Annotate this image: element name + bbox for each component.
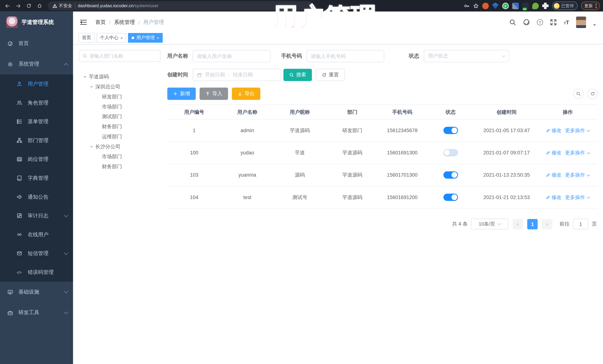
close-icon[interactable]: ×	[120, 36, 123, 40]
tree-caret-icon[interactable]	[90, 86, 93, 88]
status-toggle[interactable]	[443, 127, 458, 134]
sidebar-item-menus[interactable]: 菜单管理	[0, 112, 73, 131]
status-toggle[interactable]	[443, 171, 458, 178]
sidebar-item-online-users[interactable]: 在线用户	[0, 225, 73, 244]
breadcrumb-home[interactable]: 首页	[95, 19, 106, 26]
menu-list-icon	[16, 119, 22, 124]
sidebar-group-sms[interactable]: 短信管理	[0, 244, 73, 263]
status-toggle[interactable]	[443, 194, 458, 201]
sidebar-group-infra[interactable]: 基础设施	[0, 282, 73, 302]
refresh-icon	[590, 91, 595, 96]
breadcrumb-current: 用户管理	[143, 19, 164, 26]
sidebar-item-users[interactable]: 用户管理	[0, 75, 73, 93]
github-icon[interactable]	[523, 19, 530, 26]
page-1-button[interactable]: 1	[527, 219, 538, 229]
tab-home[interactable]: 首页	[79, 33, 95, 43]
tree-node-root[interactable]: 芋道源码	[79, 72, 160, 82]
import-button[interactable]: 导入	[200, 88, 228, 100]
edit-link[interactable]: 修改	[546, 149, 562, 156]
security-warning[interactable]: 不安全	[52, 3, 72, 9]
username-input[interactable]	[197, 53, 266, 59]
search-icon	[289, 73, 294, 77]
username-field-wrap	[193, 50, 270, 62]
search-icon[interactable]	[509, 19, 516, 26]
reset-button[interactable]: 重置	[316, 69, 345, 81]
fullscreen-icon[interactable]	[550, 19, 557, 26]
browser-home-button[interactable]	[35, 1, 44, 10]
tree-node-market-dept[interactable]: 市场部门	[79, 102, 160, 112]
date-range-picker[interactable]: 开始日期 - 结束日期	[193, 69, 281, 81]
pagination: 共 4 条 10条/页 ‹ 1 › 前往 页	[167, 219, 598, 229]
tree-node-rd-dept[interactable]: 研发部门	[79, 92, 160, 102]
edit-link[interactable]: 修改	[546, 127, 562, 134]
blue-gem-extension-icon[interactable]	[492, 2, 499, 9]
dept-search-input[interactable]	[90, 53, 157, 59]
green-key-extension-icon[interactable]	[532, 2, 539, 9]
more-actions-link[interactable]: 更多操作	[565, 171, 590, 178]
breadcrumb-separator: /	[139, 20, 140, 25]
sidebar-item-posts[interactable]: 岗位管理	[0, 150, 73, 169]
tree-node-ops-dept[interactable]: 运维部门	[79, 132, 160, 142]
edit-link[interactable]: 修改	[546, 171, 562, 178]
tree-node-finance-dept-2[interactable]: 财务部门	[79, 162, 160, 172]
page-size-select[interactable]: 10条/页	[471, 219, 508, 229]
logo-row[interactable]: 芋道管理系统	[0, 11, 73, 33]
more-actions-link[interactable]: 更多操作	[565, 194, 590, 201]
sidebar-group-system[interactable]: 系统管理	[0, 54, 73, 75]
table-toolbar: 新增 导入 导出	[167, 88, 598, 100]
toggle-search-button[interactable]	[573, 88, 583, 99]
bookmark-star-icon[interactable]	[473, 3, 478, 9]
url-text: dashboard.yudao.iocoder.cn/system/user	[78, 3, 159, 8]
sidebar-item-roles[interactable]: 角色管理	[0, 93, 73, 112]
search-button[interactable]: 搜索	[283, 69, 312, 81]
tree-node-test-dept[interactable]: 测试部门	[79, 112, 160, 122]
address-bar[interactable]: 不安全 dashboard.yudao.iocoder.cn/system/us…	[48, 1, 313, 10]
sidebar-item-error-codes[interactable]: </> 错误码管理	[0, 263, 73, 282]
font-size-icon[interactable]: TT	[564, 19, 569, 25]
browser-menu-icon[interactable]	[596, 3, 596, 8]
mobile-input[interactable]	[311, 53, 380, 59]
grid-extension-icon[interactable]	[512, 2, 519, 9]
more-actions-link[interactable]: 更多操作	[565, 127, 590, 134]
goto-page-input[interactable]	[573, 219, 588, 229]
tree-caret-icon[interactable]	[83, 76, 87, 78]
key-icon[interactable]	[464, 3, 469, 9]
browser-back-button[interactable]	[3, 1, 12, 10]
next-page-button[interactable]: ›	[542, 219, 552, 229]
browser-forward-button[interactable]	[14, 1, 23, 10]
green-y-extension-icon[interactable]: y	[502, 2, 509, 9]
sidebar-group-audit-log[interactable]: 审计日志	[0, 206, 73, 225]
breadcrumb-system[interactable]: 系统管理	[114, 19, 135, 26]
orange-extension-icon[interactable]	[482, 2, 488, 9]
sidebar-item-depts[interactable]: 部门管理	[0, 131, 73, 150]
status-toggle[interactable]	[443, 149, 458, 156]
tree-node-market-dept-2[interactable]: 市场部门	[79, 152, 160, 162]
add-button[interactable]: 新增	[167, 88, 196, 100]
refresh-table-button[interactable]	[587, 88, 598, 99]
tree-node-changsha[interactable]: 长沙分公司	[79, 142, 160, 152]
status-select[interactable]: 用户状态	[424, 50, 509, 62]
tree-caret-icon[interactable]	[90, 146, 93, 148]
browser-profile-chip[interactable]: 已暂停	[552, 1, 577, 10]
tab-user-management[interactable]: 用户管理 ×	[128, 33, 162, 43]
sidebar-item-dict[interactable]: 字典管理	[0, 169, 73, 188]
browser-reload-button[interactable]	[25, 1, 33, 10]
sidebar-collapse-icon[interactable]	[80, 20, 87, 25]
avatar-caret-icon[interactable]	[593, 24, 596, 26]
sidebar-item-home[interactable]: 首页	[0, 33, 73, 54]
tab-profile[interactable]: 个人中心 ×	[96, 33, 126, 43]
help-icon[interactable]: ?	[537, 19, 543, 25]
edit-link[interactable]: 修改	[546, 194, 562, 201]
close-icon[interactable]: ×	[157, 36, 159, 40]
sidebar-item-notice[interactable]: 通知公告	[0, 187, 73, 206]
prev-page-button[interactable]: ‹	[513, 219, 523, 229]
extensions-puzzle-icon[interactable]	[542, 2, 548, 9]
export-button[interactable]: 导出	[232, 88, 260, 100]
user-avatar[interactable]	[576, 16, 586, 28]
tree-node-finance-dept[interactable]: 财务部门	[79, 122, 160, 132]
tabs-extension-icon[interactable]: on	[522, 2, 529, 9]
more-actions-link[interactable]: 更多操作	[565, 149, 590, 156]
sidebar-group-devtools[interactable]: 研发工具	[0, 302, 73, 323]
browser-update-button[interactable]: 更新	[581, 1, 600, 10]
tree-node-shenzhen[interactable]: 深圳总公司	[79, 82, 160, 92]
